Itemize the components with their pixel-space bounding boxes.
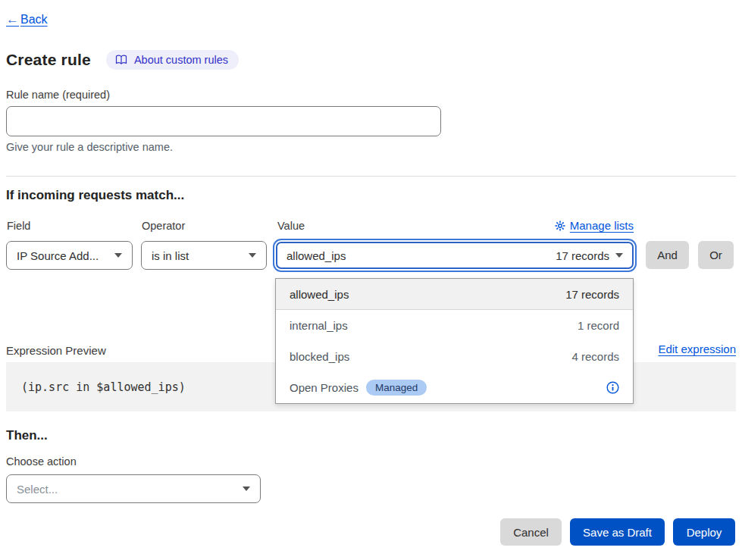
field-select-value: IP Source Add... <box>17 249 99 262</box>
match-section-heading: If incoming requests match... <box>6 188 184 203</box>
title-row: Create rule About custom rules <box>6 50 239 70</box>
choose-action-label: Choose action <box>6 455 77 468</box>
value-select-value: allowed_ips <box>286 249 346 262</box>
chevron-down-icon <box>243 486 250 491</box>
field-column-label: Field <box>7 220 30 232</box>
page-title: Create rule <box>6 51 91 69</box>
then-section-heading: Then... <box>6 428 48 443</box>
manage-lists-link[interactable]: Manage lists <box>555 219 634 232</box>
rule-name-helper: Give your rule a descriptive name. <box>6 141 173 153</box>
list-item-internal-ips[interactable]: internal_ips 1 record <box>276 310 633 341</box>
about-custom-rules-label: About custom rules <box>134 54 228 66</box>
action-select[interactable]: Select... <box>6 474 261 503</box>
back-link[interactable]: ← Back <box>6 12 48 27</box>
manage-lists-label: Manage lists <box>570 219 634 232</box>
list-item-open-proxies[interactable]: Open Proxies Managed <box>276 372 633 403</box>
rule-name-input[interactable] <box>6 106 441 136</box>
list-item-name: Open Proxies <box>290 381 358 394</box>
lists-dropdown-menu: allowed_ips 17 records internal_ips 1 re… <box>275 278 634 404</box>
value-column-label: Value <box>277 220 305 232</box>
list-item-records: 4 records <box>571 350 619 363</box>
expression-code: (ip.src in $allowed_ips) <box>21 380 186 394</box>
info-icon[interactable] <box>606 381 619 394</box>
or-button[interactable]: Or <box>698 241 734 269</box>
edit-expression-link[interactable]: Edit expression <box>658 343 736 355</box>
section-divider <box>6 176 736 177</box>
create-rule-page: ← Back Create rule About custom rules Ru… <box>0 0 742 560</box>
about-custom-rules-link[interactable]: About custom rules <box>106 50 239 70</box>
list-item-name: blocked_ips <box>290 350 349 363</box>
deploy-button[interactable]: Deploy <box>673 518 735 546</box>
list-item-records: 1 record <box>578 319 619 332</box>
chevron-down-icon <box>114 253 122 258</box>
list-item-records: 17 records <box>565 288 619 301</box>
value-select-records: 17 records <box>556 249 609 262</box>
chevron-down-icon <box>249 253 256 258</box>
save-as-draft-button[interactable]: Save as Draft <box>570 518 665 546</box>
and-button[interactable]: And <box>646 241 689 269</box>
chevron-down-icon <box>615 253 623 258</box>
operator-select[interactable]: is in list <box>141 241 267 270</box>
back-link-label: Back <box>20 13 48 27</box>
field-select[interactable]: IP Source Add... <box>6 241 133 270</box>
left-arrow-icon: ← <box>6 12 19 27</box>
rule-name-label: Rule name (required) <box>6 89 110 101</box>
operator-column-label: Operator <box>142 220 185 232</box>
gear-icon <box>555 221 565 231</box>
managed-badge: Managed <box>366 380 427 396</box>
list-item-name: allowed_ips <box>290 288 349 301</box>
list-item-blocked-ips[interactable]: blocked_ips 4 records <box>276 341 633 372</box>
value-select[interactable]: allowed_ips 17 records <box>276 242 634 269</box>
list-item-allowed-ips[interactable]: allowed_ips 17 records <box>276 279 633 310</box>
action-select-placeholder: Select... <box>17 483 58 496</box>
expression-preview-label: Expression Preview <box>6 344 106 357</box>
list-item-name: internal_ips <box>290 319 348 332</box>
cancel-button[interactable]: Cancel <box>500 518 562 546</box>
book-icon <box>115 55 127 65</box>
operator-select-value: is in list <box>152 249 189 262</box>
